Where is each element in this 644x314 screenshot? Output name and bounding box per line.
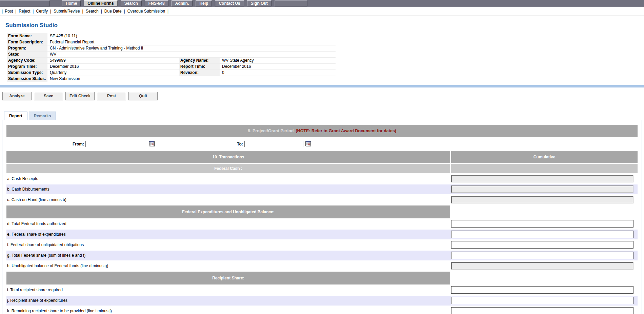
info-value	[220, 45, 336, 51]
info-label: Report Time:	[179, 63, 220, 70]
period-header-title: 8. Project/Grant Period	[248, 129, 294, 133]
info-label: Form Name:	[7, 33, 47, 39]
cumulative-amount-input[interactable]	[451, 252, 633, 259]
period-header-note: (NOTE: Refer to Grant Award Document for…	[296, 129, 396, 133]
info-row: Submission Type:QuarterlyRevision:0	[7, 70, 336, 76]
info-value	[220, 33, 336, 39]
period-from-input[interactable]	[85, 141, 147, 147]
section-header-row: Federal Expenditures and Unobligated Bal…	[6, 205, 638, 218]
transaction-row-label: a. Cash Receipts	[6, 176, 450, 181]
info-value: CN - Administrative Review and Training …	[47, 45, 179, 51]
post-button[interactable]: Post	[97, 92, 126, 100]
info-value	[220, 39, 336, 45]
transaction-row-label: i. Total recipient share required	[6, 288, 450, 292]
menu-item-reject[interactable]: Reject	[19, 9, 36, 14]
cumulative-cell	[450, 241, 638, 249]
transaction-row-label: c. Cash on Hand (line a minus b)	[6, 197, 450, 202]
cumulative-amount-input[interactable]	[451, 231, 633, 238]
info-value: WV State Agency	[220, 57, 336, 63]
info-row: Agency Code:5499999Agency Name:WV State …	[7, 57, 336, 63]
nav-tab-help[interactable]: Help	[196, 0, 212, 6]
info-label: State:	[7, 51, 47, 57]
tab-report[interactable]: Report	[4, 112, 27, 120]
nav-blank-segment	[275, 0, 307, 6]
transaction-row: h. Unobligated balance of Federal funds …	[6, 261, 638, 271]
transaction-row: c. Cash on Hand (line a minus b)	[6, 195, 638, 205]
tab-remarks[interactable]: Remarks	[29, 112, 56, 120]
transaction-row: i. Total recipient share required	[6, 285, 638, 295]
transaction-row-label: f. Federal share of unliquidated obligat…	[6, 242, 450, 247]
cumulative-cell	[450, 231, 638, 238]
submission-info-table: Form Name:SF-425 (10-11)Form Description…	[7, 33, 336, 82]
save-button[interactable]: Save	[34, 92, 63, 100]
submission-info-body: Form Name:SF-425 (10-11)Form Description…	[7, 33, 336, 82]
info-value: WV	[47, 51, 179, 57]
info-label	[179, 39, 220, 45]
menu-item-overdue-submission[interactable]: Overdue Submission	[127, 9, 171, 14]
info-value: SF-425 (10-11)	[47, 33, 179, 39]
transaction-row-label: e. Federal share of expenditures	[6, 232, 450, 237]
transaction-row: b. Cash Disbursements	[6, 184, 638, 194]
section-subheader-fill	[451, 164, 638, 173]
nav-tab-search[interactable]: Search	[121, 0, 142, 6]
nav-tab-sign-out[interactable]: Sign Out	[247, 0, 271, 6]
info-label: Submission Status:	[7, 76, 47, 82]
cumulative-amount-input[interactable]	[451, 297, 633, 304]
period-date-row: From: To:	[6, 137, 638, 151]
transaction-row: g. Total Federal share (sum of lines e a…	[6, 251, 638, 260]
cumulative-amount-input	[451, 196, 633, 203]
nav-tab-home[interactable]: Home	[62, 0, 81, 6]
info-label: Form Description:	[7, 39, 47, 45]
transaction-row: d. Total Federal funds authorized	[6, 219, 638, 229]
info-label	[179, 76, 220, 82]
menu-item-search[interactable]: Search	[86, 9, 104, 14]
info-value: 0	[220, 70, 336, 76]
info-label: Submission Type:	[7, 70, 47, 76]
info-row: State:WV	[7, 51, 336, 57]
transaction-row-label: b. Cash Disbursements	[6, 187, 450, 192]
period-to-input[interactable]	[244, 141, 303, 147]
info-value: Federal Financial Report	[47, 39, 179, 45]
info-label: Program Time:	[7, 63, 47, 70]
transaction-row-label: h. Unobligated balance of Federal funds …	[6, 263, 450, 268]
menu-item-due-date[interactable]: Due Date	[104, 9, 127, 14]
analyze-button[interactable]: Analyze	[2, 92, 32, 100]
menu-item-post[interactable]: Post	[5, 9, 19, 14]
project-grant-period-header: 8. Project/Grant Period (NOTE: Refer to …	[6, 125, 638, 137]
cumulative-column-header: Cumulative	[451, 151, 638, 163]
cumulative-amount-input[interactable]	[451, 286, 633, 294]
info-label: Program:	[7, 45, 47, 51]
section-header-label: Recipient Share:	[6, 272, 450, 284]
info-label: Agency Name:	[179, 57, 220, 63]
cumulative-amount-input[interactable]	[451, 220, 633, 228]
cumulative-cell	[450, 196, 638, 203]
cumulative-amount-input	[451, 185, 633, 193]
info-value	[220, 76, 336, 82]
from-date-picker-button[interactable]	[149, 141, 155, 147]
nav-tab-fns-648[interactable]: FNS-648	[145, 0, 168, 6]
info-label	[179, 51, 220, 57]
nav-tab-admin[interactable]: Admin.	[172, 0, 193, 6]
quit-button[interactable]: Quit	[128, 92, 158, 100]
info-label: Agency Code:	[7, 57, 47, 63]
info-value: 5499999	[47, 57, 179, 63]
info-value: December 2016	[47, 63, 179, 70]
cumulative-cell	[450, 297, 638, 304]
to-date-picker-button[interactable]	[305, 141, 311, 147]
nav-tab-online-forms[interactable]: Online Forms	[84, 0, 117, 6]
info-value	[220, 51, 336, 57]
cumulative-amount-input	[451, 175, 633, 182]
cumulative-amount-input[interactable]	[451, 241, 633, 249]
calendar-icon	[149, 141, 155, 146]
edit-check-button[interactable]: Edit Check	[65, 92, 95, 100]
info-row: Program Time:December 2016Report Time:De…	[7, 63, 336, 70]
menu-item-submit-revise[interactable]: Submit/Revise	[54, 9, 86, 14]
transaction-row: j. Recipient share of expenditures	[6, 296, 638, 306]
cumulative-cell	[450, 307, 638, 314]
section-header-row: Recipient Share:	[6, 272, 638, 284]
cumulative-amount-input	[451, 262, 633, 270]
cumulative-amount-input[interactable]	[451, 307, 633, 314]
nav-tab-contact-us[interactable]: Contact Us	[215, 0, 244, 6]
menu-item-certify[interactable]: Certify	[36, 9, 54, 14]
transaction-row: e. Federal share of expenditures	[6, 230, 638, 239]
